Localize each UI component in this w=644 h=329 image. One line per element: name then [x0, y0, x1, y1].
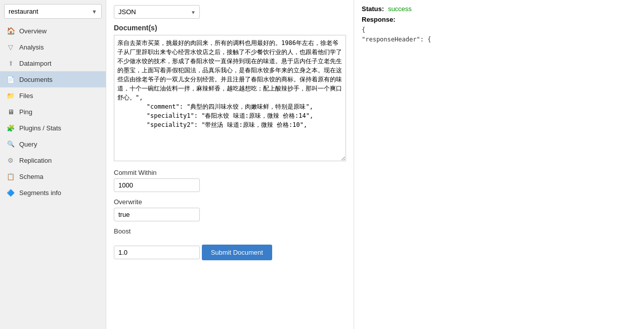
- sidebar-item-documents[interactable]: Documents: [0, 71, 106, 87]
- funnel-icon: [6, 42, 15, 52]
- sidebar-item-label: Plugins / Stats: [19, 124, 61, 132]
- sidebar: restaurant ▼ Overview Analysis Dataimpor…: [0, 0, 106, 329]
- schema-icon: [6, 172, 15, 181]
- sidebar-item-dataimport[interactable]: Dataimport: [0, 55, 106, 71]
- document-section-label: Document(s): [114, 24, 346, 32]
- sidebar-item-plugins-stats[interactable]: Plugins / Stats: [0, 120, 106, 136]
- commit-within-input[interactable]: [114, 178, 200, 192]
- format-row: JSON XML CSV: [114, 5, 346, 19]
- sidebar-item-label: Documents: [19, 76, 53, 83]
- sidebar-item-label: Schema: [19, 173, 44, 180]
- response-line-2: "responseHeader": {: [362, 35, 636, 44]
- sidebar-item-ping[interactable]: Ping: [0, 104, 106, 120]
- status-label: Status:: [362, 5, 384, 13]
- sidebar-item-label: Query: [19, 140, 37, 148]
- content-area: JSON XML CSV Document(s) 亲自去菜市买菜，挑最好的肉回来…: [106, 0, 644, 329]
- response-panel: Status: success Response: { "responseHea…: [354, 0, 644, 329]
- overwrite-label: Overwrite: [114, 198, 346, 206]
- sidebar-item-schema[interactable]: Schema: [0, 168, 106, 184]
- folder-icon: [6, 91, 15, 100]
- response-label: Response:: [362, 16, 636, 23]
- status-line: Status: success: [362, 5, 636, 13]
- overwrite-input[interactable]: [114, 208, 200, 221]
- sidebar-item-label: Dataimport: [19, 60, 52, 67]
- sidebar-item-label: Replication: [19, 157, 52, 164]
- collection-dropdown-value: restaurant: [9, 8, 38, 15]
- sidebar-item-label: Ping: [19, 108, 32, 116]
- sidebar-item-analysis[interactable]: Analysis: [0, 39, 106, 55]
- format-select-wrapper: JSON XML CSV: [114, 5, 200, 19]
- commit-within-label: Commit Within: [114, 169, 346, 176]
- sidebar-item-label: Files: [19, 92, 33, 100]
- import-icon: [6, 59, 15, 68]
- boost-input[interactable]: [114, 246, 200, 259]
- format-select[interactable]: JSON XML CSV: [114, 5, 200, 19]
- sidebar-item-label: Segments info: [19, 189, 61, 197]
- response-body: { "responseHeader": {: [362, 25, 636, 44]
- form-panel: JSON XML CSV Document(s) 亲自去菜市买菜，挑最好的肉回来…: [106, 0, 354, 329]
- search-icon: [6, 139, 15, 149]
- collection-dropdown[interactable]: restaurant ▼: [4, 4, 102, 19]
- sidebar-item-files[interactable]: Files: [0, 87, 106, 104]
- replicate-icon: [6, 156, 15, 165]
- sidebar-item-query[interactable]: Query: [0, 136, 106, 152]
- sidebar-item-segments-info[interactable]: Segments info: [0, 184, 106, 201]
- sidebar-item-overview[interactable]: Overview: [0, 23, 106, 39]
- document-icon: [6, 75, 15, 84]
- chevron-down-icon: ▼: [92, 9, 97, 15]
- sidebar-item-replication[interactable]: Replication: [0, 152, 106, 168]
- response-line-1: {: [362, 25, 636, 35]
- main-content: JSON XML CSV Document(s) 亲自去菜市买菜，挑最好的肉回来…: [106, 0, 644, 329]
- monitor-icon: [6, 107, 15, 116]
- sidebar-item-label: Overview: [19, 27, 47, 35]
- status-value: success: [388, 5, 412, 13]
- puzzle-icon: [6, 123, 15, 132]
- segment-icon: [6, 188, 15, 197]
- document-textarea[interactable]: 亲自去菜市买菜，挑最好的肉回来，所有的调料也用最好的。1986年左右，徐老爷子从…: [114, 35, 346, 161]
- boost-label: Boost: [114, 227, 346, 235]
- submit-document-button[interactable]: Submit Document: [202, 245, 272, 260]
- sidebar-item-label: Analysis: [19, 43, 44, 51]
- house-icon: [6, 26, 15, 35]
